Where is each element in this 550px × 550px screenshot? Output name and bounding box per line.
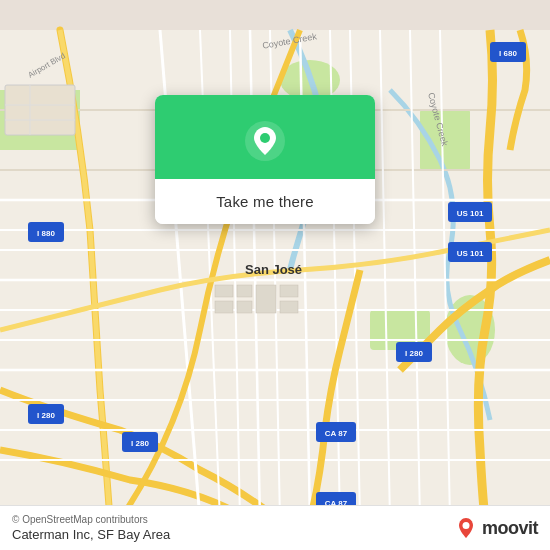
svg-text:I 680: I 680 bbox=[499, 49, 517, 58]
svg-text:I 280: I 280 bbox=[131, 439, 149, 448]
moovit-text: moovit bbox=[482, 518, 538, 539]
popup-header bbox=[155, 95, 375, 179]
popup-card: Take me there bbox=[155, 95, 375, 224]
svg-text:I 880: I 880 bbox=[37, 229, 55, 238]
take-me-there-button[interactable]: Take me there bbox=[155, 179, 375, 224]
svg-rect-34 bbox=[280, 285, 298, 297]
map-container: I 880 I 280 I 280 US 101 US 101 I 280 CA… bbox=[0, 0, 550, 550]
city-label: San José bbox=[245, 262, 302, 277]
svg-text:CA 87: CA 87 bbox=[325, 429, 348, 438]
location-pin-icon bbox=[243, 119, 287, 163]
svg-rect-31 bbox=[215, 301, 233, 313]
moovit-logo: moovit bbox=[454, 516, 538, 540]
svg-rect-29 bbox=[215, 285, 233, 297]
moovit-icon bbox=[454, 516, 478, 540]
bottom-bar: © OpenStreetMap contributors Caterman In… bbox=[0, 505, 550, 550]
svg-point-62 bbox=[260, 133, 270, 143]
attribution: © OpenStreetMap contributors bbox=[12, 514, 170, 525]
svg-text:US 101: US 101 bbox=[457, 249, 484, 258]
svg-text:I 280: I 280 bbox=[37, 411, 55, 420]
svg-rect-30 bbox=[237, 285, 252, 297]
bottom-left: © OpenStreetMap contributors Caterman In… bbox=[12, 514, 170, 542]
svg-rect-33 bbox=[256, 285, 276, 313]
svg-rect-35 bbox=[280, 301, 298, 313]
location-name: Caterman Inc, SF Bay Area bbox=[12, 527, 170, 542]
svg-text:I 280: I 280 bbox=[405, 349, 423, 358]
svg-text:US 101: US 101 bbox=[457, 209, 484, 218]
svg-rect-32 bbox=[237, 301, 252, 313]
svg-point-63 bbox=[462, 522, 469, 529]
svg-rect-36 bbox=[5, 85, 75, 135]
